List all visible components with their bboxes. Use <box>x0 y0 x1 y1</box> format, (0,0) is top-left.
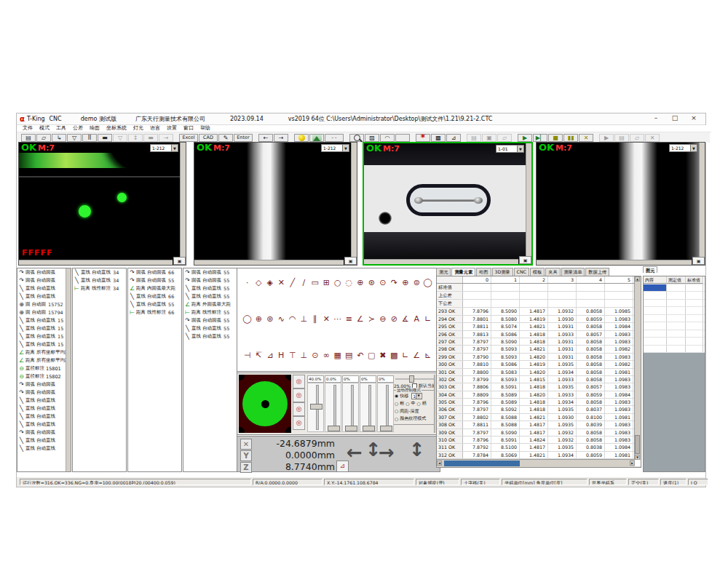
table-row[interactable]: 306 OK7.87978.50921.48181.09350.80371.09… <box>437 406 641 413</box>
slider-thumb[interactable] <box>310 404 323 410</box>
stage-button[interactable]: ▬ <box>98 134 112 142</box>
measure-tool-icon-row3-1[interactable]: ⊣ <box>242 350 253 361</box>
menu-item-设置[interactable]: 设置 <box>167 125 177 132</box>
radio-快移[interactable]: ◉ <box>395 394 398 398</box>
angle-tool-button[interactable]: ⊿ <box>336 461 349 472</box>
table-row[interactable]: 299 OK7.87908.50931.48201.09310.80581.09… <box>437 354 641 361</box>
measure-tool-icon-row1-15[interactable]: ⊕ <box>400 277 411 288</box>
measure-tool-icon-row1-1[interactable]: · <box>242 277 253 288</box>
table-row[interactable]: 293 OK7.87968.50901.48171.09320.80581.09… <box>437 308 641 315</box>
list-item[interactable]: ↷圆弧自动圆弧 <box>17 388 71 396</box>
chevron-down-icon[interactable]: ▼ <box>343 144 349 152</box>
list-item[interactable]: ╲直线自动直线15 <box>17 324 71 332</box>
snapshot-button[interactable]: ▣ <box>344 257 357 265</box>
measure-tool-icon-row3-8[interactable]: ∞ <box>321 350 333 361</box>
list-item[interactable]: ∠距离所有坐标平均距 <box>17 348 71 356</box>
scroll-down-icon[interactable]: ▼ <box>635 455 640 460</box>
measure-tool-icon-row3-9[interactable]: ▦ <box>332 350 344 361</box>
list-item[interactable]: ∠距离所有坐标平均距 <box>17 356 71 364</box>
jog-left-arrow-icon[interactable]: ← <box>347 445 363 460</box>
measure-tool-icon-row3-6[interactable]: ⊥ <box>298 350 310 361</box>
camera-select-combo[interactable]: 1-212 ▼ <box>321 144 349 152</box>
result-row[interactable] <box>644 322 705 330</box>
measure-tool-icon-row3-13[interactable]: ✖ <box>377 350 389 361</box>
measure-tool-icon-row1-17[interactable]: ◯ <box>422 277 434 288</box>
radio-粗[interactable]: ○ <box>395 402 398 406</box>
vertical-scrollbar[interactable] <box>699 143 705 260</box>
camera-view-4[interactable]: OK M:7 1-212 ▼ ▣ <box>536 142 705 266</box>
measure-tool-icon-row3-14[interactable]: ▩ <box>389 350 400 361</box>
slider-thumb[interactable] <box>380 426 392 431</box>
list-item[interactable]: ⊖直径标注15801 <box>17 364 71 372</box>
lamp-button[interactable] <box>294 134 309 142</box>
measure-tool-icon-row1-11[interactable]: ⊕ <box>355 277 366 288</box>
list-item[interactable]: ╲直线自动直线15 <box>17 332 71 340</box>
measure-tool-icon-row3-15[interactable]: ∟ <box>400 350 411 361</box>
vertical-scrollbar[interactable] <box>180 143 186 260</box>
table-row[interactable]: 302 OK7.87998.50931.48151.09330.80581.09… <box>437 376 641 383</box>
list-item[interactable]: ╲直线自动直线55 <box>183 284 237 292</box>
measure-tool-icon-row1-6[interactable]: ∕ <box>298 277 310 288</box>
measure-tool-icon-row2-6[interactable]: ⊥ <box>298 314 310 324</box>
measure-tool-icon-row1-10[interactable]: ◌ <box>344 277 355 288</box>
measure-tool-icon-row3-10[interactable]: ▤ <box>344 350 355 361</box>
column-button[interactable]: II <box>82 134 97 142</box>
menu-item-绘图[interactable]: 绘图 <box>90 125 100 132</box>
list-item[interactable]: ↷圆弧自动圆弧 <box>17 268 71 276</box>
stop-button[interactable]: ■ <box>548 134 563 142</box>
horizontal-scrollbar[interactable] <box>537 260 692 265</box>
measure-tool-icon-row2-17[interactable]: ∟ <box>422 314 434 324</box>
table-row[interactable]: 304 OK7.88098.50891.48201.09330.80591.09… <box>437 391 641 399</box>
table-row[interactable]: 305 OK7.87968.50891.48181.09340.80581.09… <box>437 399 641 406</box>
snapshot-button[interactable]: ▣ <box>519 256 531 264</box>
list-item[interactable]: ╲直线自动直线66 <box>128 292 181 300</box>
chart-button[interactable]: ⊿ <box>446 134 461 142</box>
list-item[interactable]: ⊖直径标注15802 <box>17 372 71 380</box>
tab-CNC[interactable]: CNC <box>514 268 529 276</box>
table-row[interactable]: 310 OK7.87968.50911.48241.09320.80581.09… <box>437 437 641 444</box>
measure-tool-icon-row2-3[interactable]: ⊛ <box>264 314 276 324</box>
jog-right-arrow-icon[interactable]: → <box>379 445 395 460</box>
ring-light-preview[interactable] <box>239 375 291 433</box>
measure-tool-icon-row1-3[interactable]: ◈ <box>264 277 276 288</box>
list-item[interactable]: ╲直线自动直线55 <box>183 292 237 300</box>
menu-item-语言[interactable]: 语言 <box>150 125 160 132</box>
enter-button[interactable]: Enter <box>234 134 253 142</box>
result-row[interactable] <box>644 346 705 354</box>
path-move-button[interactable]: ↳ <box>52 134 66 142</box>
table-row[interactable]: 307 OK7.88028.50881.48211.09300.81001.09… <box>437 414 641 421</box>
axis-y-button[interactable]: Y <box>240 450 252 461</box>
tab-primitives[interactable]: 图元 <box>643 266 657 273</box>
element-list-1[interactable]: ↷圆弧自动圆弧↷圆弧自动圆弧╲直线自动直线╲直线自动直线⊕圆自动圆15752⊕圆… <box>17 268 71 472</box>
slider-track[interactable] <box>360 383 376 432</box>
measure-tool-icon-row2-2[interactable]: ⊕ <box>253 314 265 324</box>
horizontal-scrollbar[interactable] <box>19 260 173 265</box>
measure-tool-icon-row3-12[interactable]: ▢ <box>366 350 378 361</box>
list-item[interactable]: ∠距离内圆弧最大距 <box>128 284 181 292</box>
ring-segment-select-3[interactable]: ◎ <box>293 402 305 416</box>
camera-select-combo[interactable]: 1-212 ▼ <box>150 144 178 152</box>
excel-button[interactable]: Excel <box>179 134 198 142</box>
table-horizontal-scrollbar[interactable]: ◀ ▶ <box>437 459 635 467</box>
horizontal-scrollbar[interactable] <box>364 259 518 264</box>
scroll-left-icon[interactable]: ◀ <box>437 461 442 466</box>
save-button[interactable]: ▤ <box>21 134 36 142</box>
table-row[interactable]: 311 OK7.87928.51001.48171.09350.80381.09… <box>437 444 641 451</box>
table-row[interactable]: 309 OK7.87978.50901.48171.09320.80581.09… <box>437 429 641 437</box>
slider-track[interactable] <box>377 383 394 432</box>
vertical-scrollbar[interactable] <box>351 143 357 260</box>
slider-thumb[interactable] <box>345 426 357 431</box>
scroll-thumb[interactable] <box>635 435 640 454</box>
table-row[interactable]: 297 OK7.87978.50901.48181.09310.80581.09… <box>437 338 641 346</box>
menu-item-坐标系统[interactable]: 坐标系统 <box>106 125 127 132</box>
element-result-panel[interactable]: 内容测定值标准值 <box>643 276 705 472</box>
chevron-down-icon[interactable]: ▼ <box>691 144 697 152</box>
result-row[interactable] <box>644 330 705 338</box>
menu-item-工具[interactable]: 工具 <box>56 125 66 132</box>
element-list-3[interactable]: ↷圆弧自动圆弧66↷圆弧自动圆弧55∠距离内圆弧最大距╲直线自动直线66╲直线自… <box>127 268 182 472</box>
list-item[interactable]: ╲直线自动直线34 <box>73 268 126 276</box>
play-button[interactable]: ▶ <box>518 134 532 142</box>
measure-tool-icon-row1-7[interactable]: ▭ <box>309 277 321 288</box>
menu-item-灯光[interactable]: 灯光 <box>133 125 143 132</box>
list-item[interactable]: ⊢距离线性标注55 <box>183 308 237 316</box>
